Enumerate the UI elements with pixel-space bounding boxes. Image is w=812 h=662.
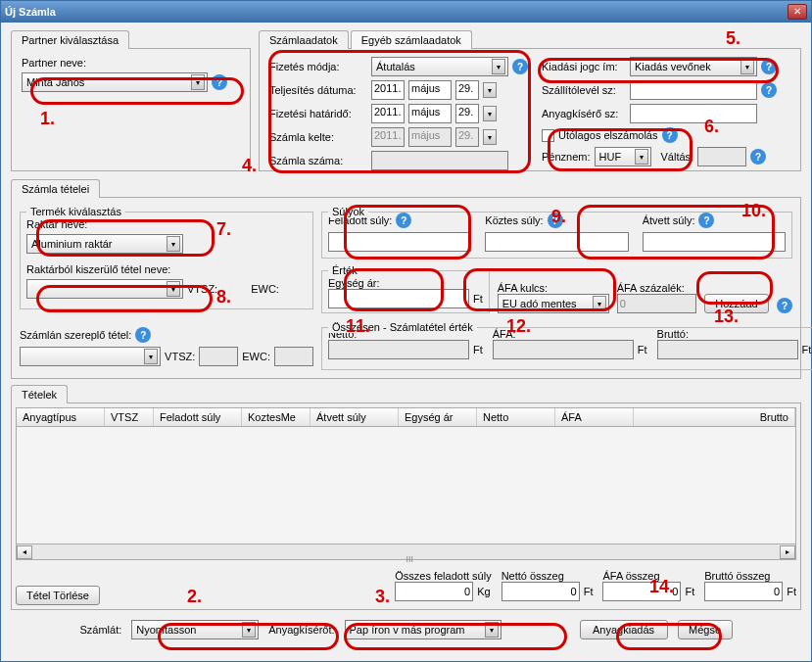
egyseg-ar-label: Egység ár: <box>328 277 380 289</box>
date-month[interactable]: május <box>408 80 452 100</box>
feladott-input[interactable] <box>328 232 471 252</box>
szallitolevel-input[interactable] <box>630 80 757 100</box>
afa-kulcs-label: ÁFA kulcs: <box>498 282 548 294</box>
termek-group-title: Termék kiválasztás <box>26 206 125 217</box>
afa-szazalek-input <box>617 294 696 313</box>
egyseg-ar-input[interactable] <box>328 289 469 308</box>
help-icon[interactable]: ? <box>777 298 792 313</box>
raktar-combo[interactable]: Aluminium raktár▾ <box>26 234 183 254</box>
anyagkisero-label: Anyagkísérő sz: <box>542 108 626 119</box>
szallitolevel-label: Szállítólevél sz: <box>542 84 626 96</box>
tab-partner[interactable]: Partner kiválasztása <box>11 30 129 49</box>
atvett-input[interactable] <box>643 232 786 252</box>
chevron-down-icon[interactable]: ▾ <box>485 622 499 638</box>
atvett-label: Átvett súly: <box>643 214 695 226</box>
also-combo[interactable]: ▾ <box>26 279 183 299</box>
valtas-label: Váltás: <box>661 151 694 163</box>
anyagkiserot-combo[interactable]: Pap íron v más program▾ <box>345 620 502 639</box>
chevron-down-icon[interactable]: ▾ <box>492 59 505 74</box>
chevron-down-icon[interactable]: ▾ <box>593 296 606 311</box>
calendar-icon[interactable]: ▾ <box>483 106 497 121</box>
help-icon[interactable]: ? <box>698 213 714 228</box>
szamlan-combo[interactable]: ▾ <box>20 347 161 366</box>
kiadasi-jogcim-label: Kiadási jogc ím: <box>542 61 626 72</box>
sulyok-group-title: Súlyok <box>328 206 368 217</box>
osszes-feladott-input[interactable] <box>395 582 473 601</box>
szama-label: Számla száma: <box>269 155 367 166</box>
anyagkiadas-button[interactable]: Anyagkiadás <box>580 620 668 639</box>
scrollbar-horizontal[interactable]: ◂ III ▸ <box>16 544 796 560</box>
fizetes-modja-combo[interactable]: Átutalás▾ <box>371 57 508 76</box>
fizetes-modja-label: Fizetés módja: <box>269 61 367 72</box>
koztes-input[interactable] <box>485 232 628 252</box>
netto-osszeg-input[interactable] <box>502 582 580 601</box>
hatarido-label: Fizetési határidő: <box>269 108 367 119</box>
help-icon[interactable]: ? <box>548 213 563 228</box>
help-icon[interactable]: ? <box>662 127 678 143</box>
help-icon[interactable]: ? <box>212 74 227 90</box>
chevron-down-icon[interactable]: ▾ <box>167 236 180 252</box>
help-icon[interactable]: ? <box>135 327 151 343</box>
ertek-group-title: Érték <box>328 264 361 276</box>
date-day[interactable]: 29. <box>455 80 479 100</box>
szamla-szama-input <box>371 151 508 170</box>
penznem-combo[interactable]: HUF▾ <box>595 147 651 166</box>
help-icon[interactable]: ? <box>396 213 411 228</box>
chevron-down-icon[interactable]: ▾ <box>242 622 256 638</box>
titlebar: Új Számla ✕ <box>1 1 811 23</box>
calendar-icon[interactable]: ▾ <box>483 82 497 98</box>
anyagkiserot-label: Anyagkísérőt: <box>268 624 334 636</box>
tab-szamla-tetelei[interactable]: Számla tételei <box>11 179 100 198</box>
hozzaad-button[interactable]: Hozzáad <box>704 294 769 313</box>
scroll-right-icon[interactable]: ▸ <box>780 545 795 559</box>
kelte-label: Számla kelte: <box>269 131 367 143</box>
kiadasi-jogcim-combo[interactable]: Kiadás vevőnek▾ <box>630 57 757 76</box>
afa-kulcs-combo[interactable]: EU adó mentes▾ <box>498 294 609 313</box>
szamlan-label: Számlán szereplő tétel: <box>20 329 131 341</box>
osszesen-group-title: Összesen - Számlatétel érték <box>328 321 477 333</box>
table-body <box>16 427 796 544</box>
table-header: Anyagtípus VTSZ Feladott súly KoztesMe Á… <box>16 407 796 427</box>
valtas-input <box>697 147 746 166</box>
utolagos-label: Utólagos elszámolás <box>558 129 658 141</box>
chevron-down-icon[interactable]: ▾ <box>144 349 158 364</box>
afa-osszeg-input[interactable] <box>602 582 681 601</box>
brutto-osszeg-input[interactable] <box>704 582 783 601</box>
window-title: Új Számla <box>5 6 56 18</box>
utolagos-checkbox[interactable] <box>542 129 554 142</box>
teljesites-label: Teljesítés dátuma: <box>269 84 367 96</box>
afa-szazalek-label: ÁFA százalék: <box>617 282 685 294</box>
tab-szamlaadatok[interactable]: Számlaadatok <box>259 30 349 49</box>
partner-name-combo[interactable]: Minta János ▾ <box>22 72 208 92</box>
chevron-down-icon[interactable]: ▾ <box>191 74 205 90</box>
help-icon[interactable]: ? <box>761 82 777 98</box>
szamlat-combo[interactable]: Nyomtasson▾ <box>131 620 259 639</box>
help-icon[interactable]: ? <box>750 149 766 165</box>
tab-tetelek[interactable]: Tételek <box>11 385 68 403</box>
penznem-label: Pénznem: <box>542 151 591 163</box>
help-icon[interactable]: ? <box>761 59 777 74</box>
szamlat-label: Számlát: <box>79 624 121 636</box>
tetel-torlese-button[interactable]: Tétel Törlése <box>16 586 100 605</box>
chevron-down-icon[interactable]: ▾ <box>167 281 180 297</box>
close-icon[interactable]: ✕ <box>788 4 807 20</box>
koztes-label: Köztes súly: <box>485 214 543 226</box>
anyagkisero-input[interactable] <box>630 104 757 123</box>
raktar-label: Raktár neve: <box>26 218 87 230</box>
chevron-down-icon[interactable]: ▾ <box>635 149 648 165</box>
tab-egyeb[interactable]: Egyéb számlaadatok <box>351 30 472 49</box>
megse-button[interactable]: Mégse <box>678 620 733 639</box>
calendar-icon: ▾ <box>483 129 497 145</box>
partner-name-label: Partner neve: <box>22 57 86 69</box>
scroll-left-icon[interactable]: ◂ <box>17 545 32 559</box>
date-year[interactable]: 2011. <box>371 80 405 100</box>
chevron-down-icon[interactable]: ▾ <box>740 59 754 74</box>
help-icon[interactable]: ? <box>512 59 528 74</box>
